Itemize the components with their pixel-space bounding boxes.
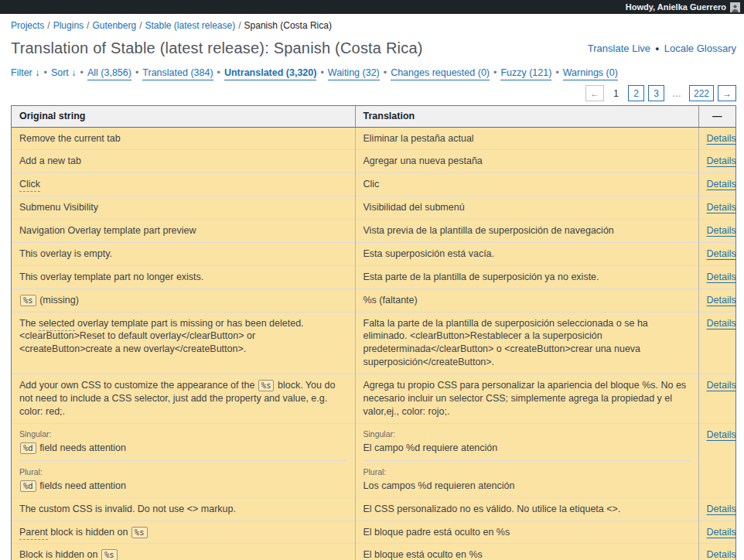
table-row[interactable]: The selected overlay template part is mi… (12, 312, 735, 374)
glossary-term[interactable]: Click (19, 179, 40, 192)
details-link[interactable]: Details (707, 504, 736, 514)
plural-label: Plural: (19, 466, 347, 477)
table-row[interactable]: Navigation Overlay template part preview… (12, 220, 735, 243)
details-link[interactable]: Details (707, 549, 736, 560)
translations-table-wrap: Original string Translation — Remove the… (11, 105, 736, 560)
translation-cell: Singular:El campo %d requiere atenciónPl… (355, 423, 698, 497)
actions-cell: Details (698, 544, 735, 560)
text-segment: Agrega tu propio CSS para personalizar l… (363, 380, 687, 417)
status-filter[interactable]: Untranslated (3,320) (224, 67, 316, 80)
details-link[interactable]: Details (707, 248, 736, 259)
table-row[interactable]: %s (missing)%s (faltante)Details (12, 289, 735, 312)
placeholder-token: %s (20, 295, 36, 306)
singular-label: Singular: (19, 429, 347, 439)
glossary-term[interactable]: selected (39, 318, 75, 331)
actions-cell: Details (698, 196, 735, 220)
glossary-term[interactable]: Parent (19, 527, 48, 540)
translation-cell: Vista previa de la plantilla de superpos… (355, 220, 698, 243)
table-row[interactable]: Add your own CSS to customize the appear… (12, 374, 735, 424)
details-link[interactable]: Details (707, 527, 736, 538)
sort-toggle[interactable]: Sort ↓ (51, 67, 77, 78)
admin-bar: Howdy, Anielka Guerrero (0, 0, 744, 14)
details-link[interactable]: Details (707, 380, 736, 391)
page-next-button[interactable]: → (718, 85, 736, 101)
actions-cell: Details (698, 173, 735, 196)
table-row[interactable]: The custom CSS is invalid. Do not use <>… (12, 497, 735, 521)
details-link[interactable]: Details (707, 155, 736, 166)
table-row[interactable]: This overlay is empty.Esta superposición… (12, 242, 735, 265)
breadcrumb-separator: / (47, 20, 49, 31)
translation-cell: El bloque está oculto en %s (355, 544, 698, 560)
original-string-cell: The custom CSS is invalid. Do not use <>… (12, 497, 355, 521)
filter-toggle[interactable]: Filter ↓ (11, 67, 40, 78)
breadcrumb: Projects/Plugins/Gutenberg/Stable (lates… (11, 20, 736, 31)
filter-bullet: • (320, 67, 323, 78)
details-link[interactable]: Details (707, 318, 736, 329)
original-string-cell: %s (missing) (12, 289, 355, 312)
breadcrumb-link[interactable]: Gutenberg (92, 20, 136, 31)
page-current: 1 (608, 85, 624, 101)
filter-bullet: • (135, 67, 138, 78)
header-actions: Translate Live • Locale Glossary (588, 43, 736, 54)
action-link-translate-live[interactable]: Translate Live (588, 43, 650, 54)
status-filter[interactable]: Changes requested (0) (391, 67, 490, 80)
col-header-actions: — (698, 106, 735, 127)
filter-bar: Filter ↓•Sort ↓•All (3,856)•Translated (… (11, 67, 736, 78)
text-segment: The (19, 318, 39, 329)
howdy-menu[interactable]: Howdy, Anielka Guerrero (626, 2, 726, 12)
filter-bullet: • (384, 67, 387, 78)
text-segment: Eliminar la pestaña actual (363, 133, 474, 144)
text-segment: Esta parte de la plantilla de superposic… (363, 271, 599, 282)
breadcrumb-link[interactable]: Stable (latest release) (145, 20, 235, 31)
table-row[interactable]: Submenu VisibilityVisibilidad del submen… (12, 196, 735, 220)
status-filter[interactable]: All (3,856) (87, 67, 131, 80)
filter-bullet: • (217, 67, 220, 78)
details-link[interactable]: Details (707, 133, 736, 144)
text-segment: Submenu Visibility (19, 202, 98, 213)
actions-cell: Details (698, 127, 735, 150)
text-segment: Block is hidden on (19, 549, 101, 560)
page-ellipsis: … (668, 85, 685, 101)
page-button[interactable]: 222 (689, 85, 714, 101)
page-button[interactable]: 2 (628, 85, 644, 101)
translation-cell: El CSS personalizado no es válido. No ut… (355, 497, 698, 521)
text-segment: The custom CSS is invalid. Do not use <>… (19, 504, 236, 514)
avatar[interactable] (730, 2, 740, 12)
page-button[interactable]: 3 (648, 85, 664, 101)
translation-cell: El bloque padre está oculto en %s (355, 521, 698, 544)
status-filter[interactable]: Fuzzy (121) (500, 67, 551, 80)
original-string-cell: The selected overlay template part is mi… (12, 312, 355, 374)
table-row[interactable]: This overlay template part no longer exi… (12, 265, 735, 289)
details-link[interactable]: Details (707, 225, 736, 236)
status-filter[interactable]: Warnings (0) (563, 67, 618, 80)
translation-singular: El campo %d requiere atención (363, 442, 691, 455)
status-filter[interactable]: Waiting (32) (328, 67, 380, 80)
table-row[interactable]: ClickClicDetails (12, 173, 735, 196)
details-link[interactable]: Details (707, 429, 736, 440)
details-link[interactable]: Details (707, 202, 736, 213)
actions-cell: Details (698, 497, 735, 521)
status-filter[interactable]: Translated (384) (142, 67, 213, 80)
text-segment: This overlay is empty. (19, 248, 112, 259)
details-link[interactable]: Details (707, 179, 736, 190)
table-row[interactable]: Remove the current tabEliminar la pestañ… (12, 127, 735, 150)
translation-cell: Agregar una nueva pestaña (355, 150, 698, 173)
breadcrumb-link[interactable]: Projects (11, 20, 44, 31)
page-prev-button[interactable]: ← (585, 85, 604, 101)
filter-bullet: • (44, 67, 47, 78)
original-string-cell: Add a new tab (12, 150, 355, 173)
text-segment: Esta superposición está vacía. (363, 248, 495, 259)
text-segment: Vista previa de la plantilla de superpos… (363, 225, 614, 236)
page-title: Translation of Stable (latest release): … (11, 39, 423, 57)
breadcrumb-link[interactable]: Plugins (53, 20, 84, 31)
action-link-locale-glossary[interactable]: Locale Glossary (664, 43, 736, 54)
translation-cell: Agrega tu propio CSS para personalizar l… (355, 374, 698, 424)
original-singular: %d field needs attention (19, 442, 347, 455)
details-link[interactable]: Details (707, 271, 736, 282)
table-row[interactable]: Parent block is hidden on %sEl bloque pa… (12, 521, 735, 544)
details-link[interactable]: Details (707, 295, 736, 306)
table-row[interactable]: Singular:%d field needs attentionPlural:… (12, 423, 735, 497)
table-row[interactable]: Block is hidden on %sEl bloque está ocul… (12, 544, 735, 560)
translation-cell: Esta superposición está vacía. (355, 242, 698, 265)
table-row[interactable]: Add a new tabAgregar una nueva pestañaDe… (12, 150, 735, 173)
